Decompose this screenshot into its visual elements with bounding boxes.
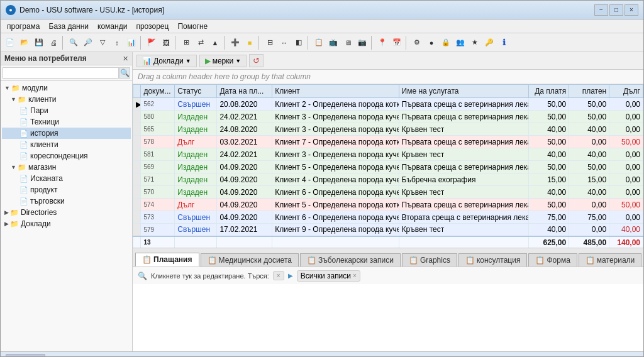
- table-row[interactable]: 580Издаден24.02.2021Клиент 3 - Определен…: [133, 111, 643, 123]
- sidebar-item-historia[interactable]: 📄 история: [2, 128, 131, 139]
- sidebar-item-pari[interactable]: 📄 Пари: [2, 105, 131, 116]
- tb-image[interactable]: 🖼: [159, 36, 173, 50]
- filter-x-2[interactable]: ×: [353, 272, 357, 279]
- sidebar-item-modules[interactable]: ▼ 📁 модули: [2, 82, 131, 94]
- tb-funnel[interactable]: ▽: [96, 36, 109, 50]
- tb-grid[interactable]: ⊞: [179, 36, 193, 50]
- table-row[interactable]: 570Издаден04.09.2020Клиент 6 - Определен…: [133, 186, 643, 199]
- sidebar-item-clients-folder[interactable]: ▼ 📁 клиенти: [2, 94, 131, 105]
- tb-dbplus[interactable]: ➕: [228, 36, 242, 50]
- tb-yellow[interactable]: ■: [243, 36, 257, 50]
- tb-arrows2[interactable]: ↔: [277, 36, 291, 50]
- tb-cal[interactable]: 📅: [390, 36, 404, 50]
- tab-konsultaciya[interactable]: 📋 консултация: [458, 253, 528, 266]
- tb-open[interactable]: 📂: [18, 36, 31, 50]
- table-row[interactable]: 581Издаден24.02.2021Клиент 3 - Определен…: [133, 148, 643, 161]
- tb-flag[interactable]: 🚩: [145, 36, 158, 50]
- menu-pomogne[interactable]: Помогне: [174, 21, 211, 32]
- dokladi-button[interactable]: 📊 Доклади ▼: [136, 55, 197, 67]
- merki-button[interactable]: ▶ мерки ▼: [199, 55, 247, 67]
- cell-debt: 50,00: [609, 136, 643, 148]
- tb-print[interactable]: 🖨: [47, 36, 60, 50]
- close-button[interactable]: ×: [625, 4, 638, 16]
- tb-c2[interactable]: 📺: [326, 36, 340, 50]
- tb-settings[interactable]: ⚙: [410, 36, 424, 50]
- sidebar-item-korespondencia[interactable]: 📄 кореспонденция: [2, 150, 131, 162]
- tab-zabolekarski[interactable]: 📋 Зъболекарски записи: [300, 253, 401, 266]
- tb-b1[interactable]: ◧: [292, 36, 306, 50]
- row-arrow: [133, 224, 141, 236]
- table-container: докум... Статус Дата на пл... Клиент Име…: [133, 84, 643, 248]
- col-paid[interactable]: платен: [569, 85, 609, 98]
- col-service[interactable]: Име на услугата: [399, 85, 529, 98]
- tab-forma[interactable]: 📋 Форма: [528, 253, 577, 266]
- tb-save[interactable]: 💾: [32, 36, 46, 50]
- tb-arrows[interactable]: ⇄: [194, 36, 208, 50]
- tb-c3[interactable]: 🖥: [341, 36, 355, 50]
- tb-c1[interactable]: 📋: [312, 36, 326, 50]
- tb-table[interactable]: ⊟: [263, 36, 277, 50]
- tb-lock[interactable]: 🔒: [439, 36, 453, 50]
- cell-debt: 0,00: [609, 211, 643, 224]
- table-row[interactable]: 565Издаден24.08.2020Клиент 3 - Определен…: [133, 123, 643, 136]
- menu-programa[interactable]: програма: [3, 21, 44, 32]
- filter-badge-2[interactable]: Всички записи ×: [297, 270, 360, 282]
- cell-status: Свършен: [175, 224, 217, 236]
- sidebar-item-directories[interactable]: ▶ 📁 Directories: [2, 207, 131, 218]
- sidebar-item-klienti[interactable]: 📄 клиенти: [2, 139, 131, 150]
- col-due[interactable]: Да платя: [529, 85, 569, 98]
- cell-debt: 0,00: [609, 111, 643, 123]
- table-row[interactable]: 569Издаден04.09.2020Клиент 5 - Определен…: [133, 161, 643, 173]
- tab-label: Graphics: [420, 256, 450, 265]
- tb-filter[interactable]: 🔎: [81, 36, 95, 50]
- tb-map[interactable]: 📍: [375, 36, 389, 50]
- tb-c4[interactable]: 📷: [355, 36, 369, 50]
- tb-users[interactable]: 👥: [453, 36, 467, 50]
- table-row[interactable]: 571Издаден04.09.2020Клиент 4 - Определен…: [133, 173, 643, 186]
- filter-badge-1[interactable]: ×: [273, 271, 284, 280]
- tb-new[interactable]: 📄: [3, 36, 17, 50]
- sidebar-search-button[interactable]: 🔍: [119, 67, 130, 79]
- expand-icon: ▶: [4, 209, 9, 216]
- minimize-button[interactable]: −: [594, 4, 608, 16]
- tb-export[interactable]: 📊: [125, 36, 138, 50]
- tb-circle[interactable]: ●: [425, 36, 438, 50]
- page-icon: 📄: [19, 118, 28, 126]
- maximize-button[interactable]: □: [609, 4, 623, 16]
- sidebar-item-dokladi[interactable]: ▶ 📁 Доклади: [2, 218, 131, 229]
- tab-graphics[interactable]: 📋 Graphics: [402, 253, 457, 266]
- table-row[interactable]: ▶562Свършен20.08.2020Клиент 2 - Определе…: [133, 98, 643, 111]
- table-row[interactable]: 574Дълг04.09.2020Клиент 5 - Определена п…: [133, 199, 643, 211]
- table-row[interactable]: 573Свършен04.09.2020Клиент 6 - Определен…: [133, 211, 643, 224]
- sidebar-search-input[interactable]: [3, 67, 119, 79]
- tb-key[interactable]: 🔑: [482, 36, 496, 50]
- col-status[interactable]: Статус: [175, 85, 217, 98]
- tb-search[interactable]: 🔍: [67, 36, 80, 50]
- menu-baza-danni[interactable]: База данни: [45, 21, 93, 32]
- sidebar-item-tehnici[interactable]: 📄 Техници: [2, 116, 131, 128]
- tb-up[interactable]: ▲: [208, 36, 222, 50]
- filter-x-1[interactable]: ×: [277, 272, 280, 279]
- tb-info[interactable]: ℹ: [497, 36, 511, 50]
- table-row[interactable]: 578Дълг03.02.2021Клиент 7 - Определена п…: [133, 136, 643, 148]
- table-row[interactable]: 579Свършен17.02.2021Клиент 9 - Определен…: [133, 224, 643, 236]
- menu-komandi[interactable]: команди: [94, 21, 131, 32]
- col-date[interactable]: Дата на пл...: [217, 85, 272, 98]
- col-dokum[interactable]: докум...: [141, 85, 175, 98]
- tab-materiali[interactable]: 📋 материали: [579, 253, 641, 266]
- sidebar-item-targovsko[interactable]: 📄 търговски: [2, 195, 131, 207]
- menu-prozorec[interactable]: прозорец: [132, 21, 172, 32]
- sidebar-item-iskanata[interactable]: 📄 Исканата: [2, 173, 131, 184]
- main-table: докум... Статус Дата на пл... Клиент Име…: [133, 84, 643, 248]
- tb-star[interactable]: ★: [468, 36, 482, 50]
- col-client[interactable]: Клиент: [272, 85, 399, 98]
- sidebar-item-magazin-folder[interactable]: ▼ 📁 магазин: [2, 162, 131, 173]
- col-debt[interactable]: Дълг: [609, 85, 643, 98]
- tab-plaschaniya[interactable]: 📋 Плащания: [135, 253, 199, 266]
- sidebar-close-icon[interactable]: ✕: [123, 55, 128, 63]
- sidebar-item-produkt[interactable]: 📄 продукт: [2, 184, 131, 195]
- cell-status: Издаден: [175, 123, 217, 136]
- refresh-button[interactable]: ↺: [249, 54, 264, 67]
- tb-sort[interactable]: ↕: [110, 36, 124, 50]
- tab-medicinski[interactable]: 📋 Медицински досиета: [201, 253, 299, 266]
